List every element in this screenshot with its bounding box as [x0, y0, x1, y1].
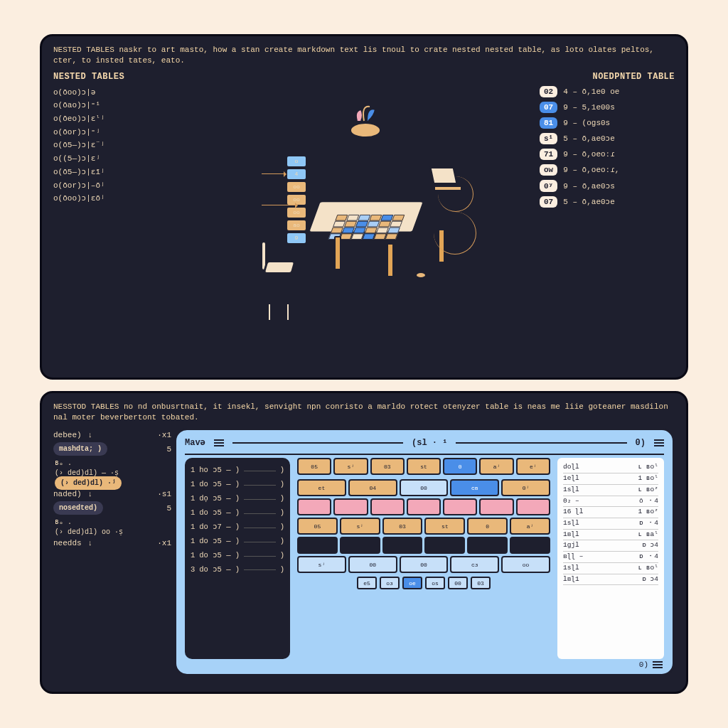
center-grid: 05sʲ03st0aʲeʲet0400cв0ʲ05sʲ03st0aʲsʲ0000… [297, 458, 550, 658]
list-icon[interactable] [653, 660, 663, 670]
flow-step: needds·x1 [53, 539, 171, 547]
table-illustration [313, 192, 419, 249]
numbered-code-list: 1ho ɔ5 — ))1do ɔ5 — ))1dọ ɔ5 — ))1do ɔ5 … [185, 458, 290, 658]
flow-step: ʙₒ . [55, 518, 171, 526]
hamburger-icon[interactable] [214, 438, 224, 448]
flow-step: naded)·s1 [53, 490, 171, 498]
page-cell[interactable]: 00 [448, 577, 468, 589]
isometric-scene: o4ooooooao9 [198, 72, 530, 362]
top-panel: NESTED TABLES naskr to art masto, how a … [40, 34, 688, 380]
flow-step: (› ded)dl) ·ʲ [55, 478, 171, 487]
code-row: o((5—)ɔ|ɛʲ [53, 152, 188, 166]
code-row: o(ōao)ɔ|⁼¹ [53, 99, 188, 112]
code-row: o(ō5—)ɔ|ɛīʲ [53, 166, 188, 179]
data-pair: s¹5 – ō,ae0ɔe [540, 133, 675, 144]
left-code-block: NESTED TABLES o(ōoo)ɔ|əo(ōao)ɔ|⁼¹o(ōeo)ɔ… [53, 72, 188, 362]
code-row: o(ōor)ɔ|⁼ʲ [53, 126, 188, 139]
paging[interactable]: e5oзoeos0003 [297, 577, 550, 589]
right-data-column: NOEDPNTED TABLE 024 – ō,1e0 oe079 – 5,1e… [540, 72, 675, 362]
right-value-list: doɭlʟ ʙoˡ1eɭl1 ʙoˡ1sɭlʟ ʙoᶻ0₂ –ō ・416 ɭl… [557, 458, 664, 658]
menu-icon[interactable] [654, 438, 664, 448]
page-cell[interactable]: oe [402, 577, 422, 589]
left-title: NESTED TABLES [53, 72, 188, 82]
coin-icon [415, 272, 427, 279]
flow-step: ʙₒ . [55, 459, 171, 467]
plant-icon [350, 122, 381, 138]
blue-output-box[interactable]: Mavə (sl · ¹ 0) 1ho ɔ5 — ))1do ɔ5 — ))1d… [174, 428, 675, 675]
data-pair: 719 – ō,oeoːɾ [540, 149, 675, 160]
code-row: o(ōoo)ɔ|ə [53, 86, 188, 100]
code-row: o(ō5—)ɔ|ɛ¨ʲ [53, 139, 188, 152]
bluebar-right: 0) [636, 438, 646, 448]
top-intro-text: NESTED TABLES naskr to art masto, how a … [53, 45, 675, 66]
code-row: o(ōeo)ɔ|ɛˡʲ [53, 112, 188, 126]
bottom-intro-text: NESSTOD TABLES no nd onbusrtnait, it ins… [53, 402, 675, 423]
data-pair: 0ʸ9 – ō,ae0ɔs [540, 180, 675, 192]
flow-step: nosedted)5 [53, 501, 171, 515]
right-title: NOEDPNTED TABLE [540, 72, 675, 82]
data-pair: 024 – ō,1e0 oe [540, 86, 675, 97]
data-pair: 819 – (ogs0s [540, 117, 675, 129]
code-row: o(ōoo)ɔ|ɛōʲ [53, 192, 188, 205]
page-cell[interactable]: e5 [357, 577, 377, 589]
data-pair: 079 – 5,1e00s [540, 102, 675, 113]
page-cell[interactable]: oз [380, 577, 400, 589]
flow-step: mashdta; )5 [53, 442, 171, 456]
page-cell[interactable]: os [425, 577, 445, 589]
chair-icon [264, 260, 300, 306]
bottom-panel: NESSTOD TABLES no nd onbusrtnait, it ins… [40, 391, 688, 694]
footer-indicator: 0) [639, 660, 663, 670]
page-cell[interactable]: 03 [471, 577, 491, 589]
code-row: o(ōor)ɔ|–ōʲ [53, 179, 188, 193]
data-pair: ow9 – ō,oeoːɾ, [540, 164, 675, 176]
flow-step: debee)·x1 [53, 431, 171, 439]
side-flow: debee)·x1mashdta; )5ʙₒ .(› ded)dl) — ·ṣ(… [53, 428, 174, 675]
bluebar-mid: (sl · ¹ [412, 438, 447, 448]
data-pair: 075 – ō,ae0ɔe [540, 196, 675, 208]
bluebar-title: Mavə [185, 437, 205, 448]
flow-step: (› ded)dl) oo ·ṣ [55, 528, 171, 536]
